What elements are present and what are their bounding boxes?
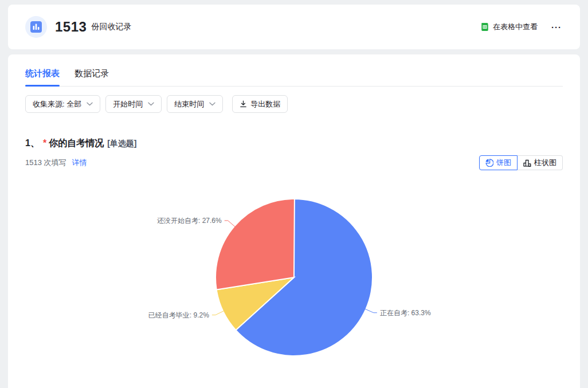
export-data-label: 导出数据 xyxy=(250,99,280,109)
report-panel: 统计报表 数据记录 收集来源: 全部 开始时间 结束时间 导出数据 xyxy=(8,54,580,388)
question-type-tag: [单选题] xyxy=(107,139,136,148)
required-mark: * xyxy=(43,138,46,148)
spreadsheet-icon xyxy=(480,22,489,32)
bar-chart-icon xyxy=(30,21,42,33)
pie-slice-label-2: 还没开始自考: 27.6% xyxy=(157,217,222,225)
end-time-dropdown[interactable]: 结束时间 xyxy=(167,95,223,113)
question-index: 1、 xyxy=(25,138,40,148)
bar-chart-toggle-button[interactable]: 柱状图 xyxy=(518,155,563,170)
pie-toggle-label: 饼图 xyxy=(496,158,511,168)
view-in-table-button[interactable]: 在表格中查看 xyxy=(480,22,538,32)
record-count: 1513 xyxy=(55,19,87,35)
pie-label-line-2 xyxy=(225,221,236,227)
start-time-label: 开始时间 xyxy=(113,99,143,109)
pie-label-line-1 xyxy=(212,311,224,315)
source-filter-label: 收集来源: 全部 xyxy=(33,99,81,109)
more-menu-icon[interactable]: ··· xyxy=(550,21,563,34)
detail-link[interactable]: 详情 xyxy=(72,158,87,168)
view-in-table-label: 在表格中查看 xyxy=(493,22,538,32)
question-title-row: 1、*你的自考情况[单选题] xyxy=(25,137,563,150)
question-meta-row: 1513 次填写 详情 饼图 柱状图 xyxy=(25,155,563,170)
pie-chart-toggle-button[interactable]: 饼图 xyxy=(479,155,518,170)
fill-count: 1513 次填写 xyxy=(25,158,66,168)
export-data-button[interactable]: 导出数据 xyxy=(232,95,288,113)
pie-slice-label-0: 正在自考: 63.3% xyxy=(380,309,431,317)
chevron-down-icon xyxy=(87,102,93,106)
source-filter-dropdown[interactable]: 收集来源: 全部 xyxy=(25,95,100,113)
tab-data-records[interactable]: 数据记录 xyxy=(75,67,109,86)
chevron-down-icon xyxy=(148,102,154,106)
chevron-down-icon xyxy=(209,102,215,106)
pie-label-line-0 xyxy=(364,309,377,313)
tab-statistics-report[interactable]: 统计报表 xyxy=(25,67,60,86)
pie-chart[interactable]: 正在自考: 63.3%已经自考毕业: 9.2%还没开始自考: 27.6% xyxy=(25,191,563,384)
header-bar: 1513 份回收记录 在表格中查看 ··· xyxy=(8,5,580,49)
bar-toggle-label: 柱状图 xyxy=(534,158,556,168)
pie-slice-label-1: 已经自考毕业: 9.2% xyxy=(148,311,209,319)
filter-row: 收集来源: 全部 开始时间 结束时间 导出数据 xyxy=(25,95,563,113)
record-count-suffix: 份回收记录 xyxy=(91,22,131,32)
stats-icon xyxy=(25,16,47,38)
bar-chart-icon xyxy=(523,159,531,167)
chart-type-toggle: 饼图 柱状图 xyxy=(479,155,563,170)
question-title: 你的自考情况 xyxy=(49,138,104,148)
download-icon xyxy=(240,100,247,108)
tab-bar: 统计报表 数据记录 xyxy=(25,54,563,87)
start-time-dropdown[interactable]: 开始时间 xyxy=(105,95,162,113)
pie-slice-2[interactable] xyxy=(215,199,295,289)
pie-chart-icon xyxy=(485,159,493,167)
end-time-label: 结束时间 xyxy=(174,99,204,109)
pie-chart-area: 正在自考: 63.3%已经自考毕业: 9.2%还没开始自考: 27.6% xyxy=(25,191,563,386)
